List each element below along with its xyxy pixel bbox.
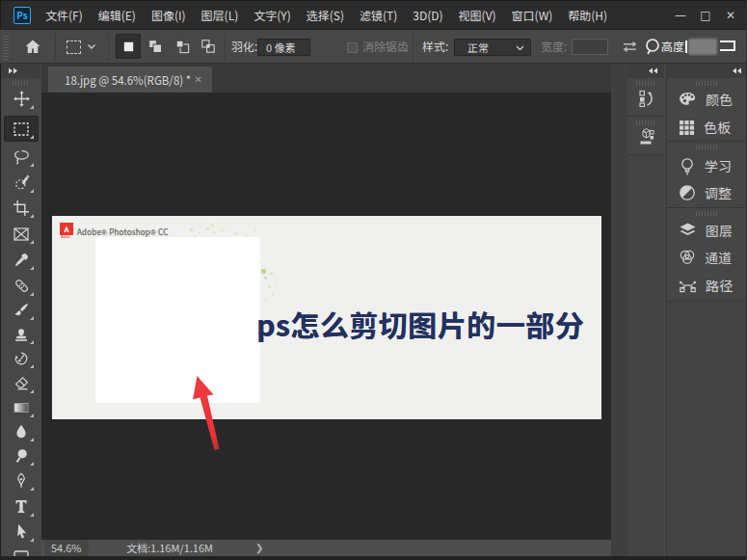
path-selection-tool[interactable] (4, 519, 39, 545)
close-button[interactable]: ✕ (718, 9, 743, 22)
menu-view[interactable]: 视图(V) (459, 7, 496, 23)
green-speckle (222, 229, 224, 231)
spot-healing-brush-tool[interactable] (4, 273, 39, 299)
brush-tool[interactable] (4, 297, 39, 323)
eraser-tool[interactable] (4, 370, 39, 396)
panel-grip[interactable] (636, 120, 655, 125)
frame-tool[interactable] (4, 221, 39, 247)
history-brush-tool[interactable] (4, 345, 39, 371)
panel-grip[interactable] (636, 81, 655, 86)
clone-stamp-tool[interactable] (4, 321, 39, 347)
type-tool[interactable] (4, 493, 39, 520)
magnifier-icon (644, 38, 662, 56)
menu-help[interactable]: 帮助(H) (568, 7, 607, 23)
history-panel-icon[interactable] (637, 89, 655, 107)
document-tab[interactable]: 18.jpg @ 54.6%(RGB/8) * ✕ (48, 67, 212, 93)
menu-window[interactable]: 窗口(W) (512, 7, 553, 23)
green-speckle (254, 230, 256, 232)
antialias-checkbox[interactable] (347, 42, 358, 53)
rectangle-tool[interactable] (4, 544, 39, 556)
green-speckle (213, 231, 215, 233)
minimize-button[interactable]: — (668, 9, 693, 22)
panel-tab-color[interactable]: 颜色 (667, 89, 747, 110)
learn-panel-group: 学习 调整 (667, 142, 747, 208)
menu-image[interactable]: 图像(I) (151, 7, 186, 23)
collapse-chevrons-icon[interactable] (648, 67, 658, 74)
menu-bar: Ps 文件(F) 编辑(E) 图像(I) 图层(L) 文字(Y) 选择(S) 滤… (0, 0, 747, 29)
panel-tab-paths[interactable]: 路径 (667, 275, 747, 296)
eyedropper-tool[interactable] (4, 247, 39, 273)
panel-tab-swatches[interactable]: 色板 (667, 117, 747, 138)
green-speckle (199, 232, 200, 234)
menu-3d[interactable]: 3D(D) (413, 7, 442, 23)
dock-collapse-header[interactable] (667, 64, 747, 78)
panel-grip[interactable] (696, 145, 719, 149)
dock-collapse-header[interactable] (627, 64, 664, 78)
panel-grip[interactable] (696, 81, 719, 86)
options-bar-grip[interactable] (3, 35, 9, 60)
document-tab-title: 18.jpg @ 54.6%(RGB/8) * (65, 72, 191, 88)
panel-tab-label: 颜色 (706, 90, 733, 109)
move-tool[interactable] (4, 86, 39, 112)
adobe-logo: Adobe (60, 223, 73, 238)
collapsed-panel-dock (627, 64, 664, 556)
toolbar-collapse-button[interactable] (1, 64, 40, 78)
panel-tab-learn[interactable]: 学习 (667, 155, 747, 176)
tool-preset-marquee-icon[interactable] (67, 40, 81, 54)
home-icon[interactable] (24, 39, 41, 55)
width-input[interactable] (572, 39, 608, 55)
panel-tab-channels[interactable]: 通道 (667, 247, 747, 268)
tools-panel (0, 64, 40, 556)
style-label: 样式: (422, 30, 448, 63)
menu-filter[interactable]: 滤镜(T) (360, 7, 397, 23)
blur-tool[interactable] (4, 418, 39, 444)
status-chevron-icon[interactable]: ❯ (255, 540, 263, 556)
menu-edit[interactable]: 编辑(E) (98, 7, 136, 23)
panel-tab-adjustments[interactable]: 调整 (667, 182, 747, 203)
panel-tab-layers[interactable]: 图层 (667, 220, 747, 241)
style-dropdown[interactable]: 正常 (454, 39, 531, 56)
zoom-level-field[interactable]: 54.6% (44, 540, 89, 556)
menu-file[interactable]: 文件(F) (45, 7, 83, 23)
selected-white-region[interactable] (95, 237, 260, 403)
green-speckle (261, 269, 266, 274)
gradient-tool[interactable] (4, 394, 39, 420)
green-speckle (206, 227, 209, 230)
new-selection-button[interactable] (116, 34, 141, 59)
green-speckle (264, 277, 267, 280)
panel-grip[interactable] (696, 211, 719, 216)
text-cursor (685, 40, 687, 53)
feather-input[interactable]: 0 像素 (257, 39, 310, 56)
swap-dimensions-icon[interactable] (622, 40, 638, 53)
feather-label: 羽化: (231, 30, 257, 63)
green-speckle (259, 261, 261, 263)
height-input[interactable] (688, 39, 717, 55)
green-speckle (210, 224, 214, 227)
green-speckle (272, 293, 274, 295)
document-image[interactable]: Adobe Adobe® Photoshop® CC ps怎么剪切图片的一部分 (52, 216, 601, 419)
menu-type[interactable]: 文字(Y) (253, 7, 290, 23)
menu-select[interactable]: 选择(S) (307, 7, 344, 23)
tab-close-icon[interactable]: ✕ (195, 74, 202, 85)
pen-tool[interactable] (4, 467, 39, 493)
panel-tab-label: 色板 (704, 118, 731, 137)
color-panel-icon (679, 92, 697, 107)
green-speckle (268, 285, 271, 288)
crop-tool[interactable] (4, 195, 39, 221)
swatches-panel-icon (679, 120, 695, 136)
libraries-panel-icon[interactable] (636, 127, 655, 147)
intersect-selection-button[interactable] (196, 34, 221, 59)
rectangular-marquee-tool[interactable] (4, 116, 39, 142)
dodge-tool[interactable] (4, 442, 39, 468)
maximize-button[interactable]: □ (693, 9, 718, 22)
layers-panel-group: 图层 通道 路径 (667, 208, 747, 302)
svg-text:Adobe: Adobe (61, 235, 70, 238)
add-selection-button[interactable] (143, 34, 168, 59)
subtract-selection-button[interactable] (170, 34, 195, 59)
collapse-chevrons-icon[interactable] (732, 67, 742, 74)
lasso-tool[interactable] (4, 144, 39, 170)
tool-preset-chevron-icon[interactable] (87, 43, 96, 50)
quick-selection-tool[interactable] (4, 170, 39, 196)
bracket-icon (720, 40, 735, 51)
menu-layer[interactable]: 图层(L) (201, 7, 239, 23)
